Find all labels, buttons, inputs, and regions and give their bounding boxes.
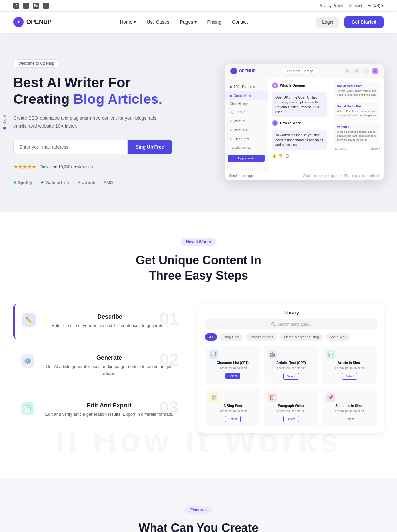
- privacy-policy-link[interactable]: Privacy Policy: [319, 3, 343, 8]
- brand-walmart: ✦ Walmart☆☆: [40, 180, 69, 185]
- nav-actions: Login Get Started: [316, 16, 384, 28]
- lib-tab-media[interactable]: Media Marketing Blog: [280, 333, 323, 341]
- lib-card-1-desc: Lorem ipsum dolor sit: [209, 366, 256, 370]
- sidebar-what-is[interactable]: What Is...: [225, 117, 268, 126]
- app-logo-icon: ✦: [230, 68, 237, 74]
- sidebar-clear-chat[interactable]: Clear Chat: [225, 135, 268, 143]
- language-selector[interactable]: En(US) ▾: [368, 3, 384, 8]
- library-search[interactable]: 🔍 Search templates...: [205, 319, 377, 329]
- lib-card-6-desc: Lorem ipsum dolor sit: [326, 409, 373, 413]
- step-1-icon: ✏️: [22, 313, 36, 327]
- sidebar-words: Words: 16,461: [225, 143, 268, 152]
- lib-card-3-icon: 📊: [326, 350, 335, 359]
- step-2: ⚙️ Generate Our AI article generator use…: [13, 345, 185, 387]
- panel-card-3: Variant 1 Write a Facebook content about…: [334, 123, 380, 144]
- nav-use-cases[interactable]: Use Cases: [147, 20, 169, 25]
- behance-icon[interactable]: Be: [33, 3, 39, 9]
- lib-card-3-title: Article in Short: [326, 361, 373, 365]
- step-3-icon: 📄: [21, 402, 34, 415]
- chevron-down-icon: ▾: [382, 3, 384, 8]
- sidebar-search[interactable]: 🔍 Search...: [225, 108, 268, 117]
- steps-left: ✏️ Describe Enter the title of your arti…: [13, 304, 185, 433]
- hero-title-highlight: Blog Articles.: [73, 91, 162, 107]
- lib-card-5-desc: Lorem ipsum dolor sit: [268, 409, 315, 413]
- app-sidebar: 100+ Features Create New Chat History 🔍 …: [225, 78, 268, 171]
- nav-home[interactable]: Home ▾: [120, 20, 136, 25]
- lib-tab-blog[interactable]: Blog Post: [220, 333, 243, 341]
- star-rating: ★★★★★: [13, 164, 36, 170]
- lib-card-4-desc: Lorem ipsum dolor sit: [209, 409, 256, 413]
- library-preview: Library 🔍 Search templates... All Blog P…: [198, 304, 384, 433]
- share-icon[interactable]: ⤴: [363, 68, 369, 74]
- lib-card-2-icon: 🤖: [268, 350, 277, 359]
- sidebar-create[interactable]: Create New: [225, 91, 268, 100]
- hero-brands: ● Spotify ✦ Walmart☆☆ ✦ airbnb AMD→: [13, 179, 172, 185]
- thumbs-down-icon[interactable]: 👎: [279, 154, 283, 158]
- twitter-icon[interactable]: t: [23, 3, 29, 9]
- step-3: 📄 Edit And Export Edit and verify articl…: [13, 392, 185, 428]
- step-3-content: Edit And Export Edit and verify article …: [41, 402, 177, 418]
- app-chat: 🤖 What Is Openup OpenUP or the Open Unif…: [268, 78, 331, 171]
- settings-icon[interactable]: ⚙: [344, 68, 351, 74]
- nav-contact[interactable]: Contact: [232, 20, 248, 25]
- social-links: f t Be in: [13, 3, 49, 9]
- steps-container: ✏️ Describe Enter the title of your arti…: [13, 304, 384, 433]
- watermark: II How It Works: [56, 433, 342, 453]
- lib-card-4-btn[interactable]: Select: [225, 416, 241, 422]
- lib-tab-email[interactable]: Email Settings: [246, 333, 277, 341]
- sidebar-what-is-ai[interactable]: What Is AI: [225, 126, 268, 135]
- logo[interactable]: ✦ OPENUP: [13, 17, 52, 27]
- chat-input[interactable]: [229, 174, 300, 178]
- step-2-number: 02: [159, 351, 179, 368]
- thumbs-up-icon[interactable]: 👍: [272, 154, 276, 158]
- nav-pages[interactable]: Pages ▾: [180, 20, 197, 25]
- login-button[interactable]: Login: [316, 17, 339, 28]
- top-bar: f t Be in Privacy Policy Contact En(US) …: [0, 0, 397, 12]
- chat-message-2: To work with OpenUP you first need to un…: [272, 130, 327, 150]
- lib-card-3-btn[interactable]: Select: [342, 373, 357, 380]
- chat-user-row-2: 👤 How To Work: [272, 120, 327, 126]
- step-1-number: 01: [159, 310, 179, 327]
- user-avatar[interactable]: U: [372, 68, 378, 74]
- app-right-panel: Social Media Post To work with OpenUP yo…: [331, 78, 384, 171]
- panel-footer: 42 Words Share ⤴: [334, 147, 380, 150]
- panel-card-3-text: Write a Facebook content about openup th…: [337, 130, 378, 142]
- hero-title-part2: Creating: [13, 91, 73, 107]
- get-started-button[interactable]: Get Started: [344, 16, 384, 28]
- lib-card-5-btn[interactable]: Select: [283, 416, 299, 422]
- sidebar-features[interactable]: 100+ Features: [225, 82, 268, 91]
- reviews-text: Based on 10,000+ reviews on: [40, 165, 93, 169]
- facebook-icon[interactable]: f: [13, 3, 19, 9]
- chat-title-1: What Is Openup: [280, 84, 305, 87]
- panel-card-2: Social Media Post Write a Facebook conte…: [334, 102, 380, 120]
- lib-card-2-title: Article - Text (GPT): [268, 361, 315, 365]
- lib-card-2-btn[interactable]: Select: [283, 373, 299, 380]
- contact-link[interactable]: Contact: [348, 3, 362, 8]
- how-it-works-badge: How It Works: [181, 238, 216, 246]
- linkedin-icon[interactable]: in: [43, 3, 49, 9]
- chevron-icon-pages: ▾: [194, 20, 197, 25]
- watermark-container: II How It Works: [13, 433, 384, 453]
- panel-card-1-text: To work with OpenUP you on first need to…: [337, 89, 378, 97]
- lib-tab-social[interactable]: Social Adv: [326, 333, 350, 341]
- lib-tab-all[interactable]: All: [205, 333, 217, 341]
- nav-pricing[interactable]: Pricing: [207, 20, 221, 25]
- step-1: ✏️ Describe Enter the title of your arti…: [13, 304, 185, 339]
- panel-card-1: Social Media Post To work with OpenUP yo…: [334, 82, 380, 100]
- app-header-icons: ⚙ ↻ ⤴ U: [344, 68, 378, 74]
- lib-card-5-icon: 📋: [268, 393, 277, 402]
- library-grid-1: 📝 Character List (GPT) Lorem ipsum dolor…: [205, 346, 377, 384]
- upgrade-button[interactable]: Upgrade ⚡: [228, 155, 265, 162]
- features-section: Features What Can You CreateWith Openup?…: [0, 479, 397, 532]
- lib-card-1-btn[interactable]: Select: [225, 373, 240, 379]
- lib-card-6-btn[interactable]: Select: [342, 416, 357, 422]
- nav-links: Home ▾ Use Cases Pages ▾ Pricing Contact: [120, 20, 248, 25]
- chat-user-row-1: 🤖 What Is Openup: [272, 82, 327, 88]
- signup-button[interactable]: Sing Up Free: [128, 140, 172, 154]
- lib-card-6: 📌 Sentence in Short Lorem ipsum dolor si…: [322, 389, 377, 427]
- refresh-icon[interactable]: ↻: [353, 68, 360, 74]
- lib-card-1-title: Character List (GPT): [209, 361, 256, 365]
- email-input[interactable]: [13, 140, 128, 154]
- hero-reviews: ★★★★★ Based on 10,000+ reviews on: [13, 164, 172, 170]
- copy-icon[interactable]: 📋: [285, 154, 289, 158]
